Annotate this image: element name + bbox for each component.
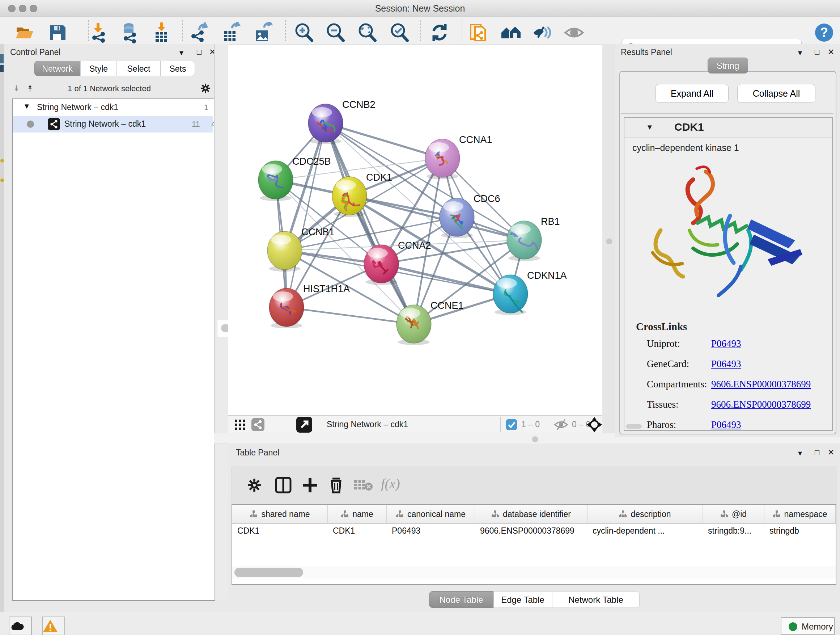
import-network-database-icon[interactable] <box>118 22 140 43</box>
crosslink-value-link[interactable]: 9606.ENSP00000378699 <box>711 379 811 390</box>
node-RB1[interactable] <box>507 221 542 261</box>
network-row-selected[interactable]: String Network – cdk1 11 48 <box>13 116 213 133</box>
help-icon[interactable]: ? <box>813 22 835 43</box>
crosslink-value-link[interactable]: P06493 <box>711 358 741 370</box>
save-session-icon[interactable] <box>47 22 68 43</box>
section-expander-icon[interactable]: ▼ <box>646 123 653 131</box>
memory-button[interactable]: Memory <box>781 617 835 635</box>
column-label: namespace <box>784 509 827 519</box>
left-splitter[interactable] <box>214 44 228 600</box>
add-column-icon[interactable] <box>302 477 319 494</box>
collapse-all-button[interactable]: Collapse All <box>737 84 815 103</box>
refresh-icon[interactable] <box>429 22 450 43</box>
node-table-row[interactable]: CDK1CDK1P064939606.ENSP00000378699cyclin… <box>232 523 836 540</box>
table-gear-icon[interactable] <box>246 477 262 493</box>
toolbar-separator <box>500 417 501 432</box>
hide-selected-icon[interactable] <box>531 22 553 43</box>
tab-style[interactable]: Style <box>80 61 117 76</box>
tab-sets[interactable]: Sets <box>161 61 195 76</box>
column-header-namespace[interactable]: namespace <box>764 505 836 523</box>
warning-button[interactable] <box>42 616 65 635</box>
hidden-eye-icon[interactable] <box>554 418 568 431</box>
function-builder-icon-disabled: f(x) <box>381 476 400 492</box>
column-header-id[interactable]: @id <box>703 505 764 523</box>
edge-HIST1H1A-CCNE1[interactable] <box>286 307 414 324</box>
column-header-name[interactable]: name <box>328 505 387 523</box>
panel-float-icon[interactable]: □ <box>815 448 819 457</box>
open-session-icon[interactable] <box>14 22 35 43</box>
tab-edge-table[interactable]: Edge Table <box>493 591 552 608</box>
export-network-icon[interactable] <box>188 22 210 43</box>
node-HIST1H1A[interactable] <box>269 288 304 328</box>
crosslink-value-link[interactable]: 9606.ENSP00000378699 <box>711 399 811 410</box>
network-canvas[interactable]: CCNB2CCNA1CDC25BCDK1CDC6RB1CCNB1CCNA2CDK… <box>228 44 602 415</box>
column-header-description[interactable]: description <box>587 505 703 523</box>
panel-close-icon[interactable]: ✕ <box>828 448 834 457</box>
grid-view-icon[interactable] <box>235 420 246 431</box>
toolbar-separator <box>420 20 421 41</box>
node-CCNE1[interactable] <box>396 305 431 345</box>
network-share-view-icon[interactable] <box>251 418 264 431</box>
export-image-icon[interactable] <box>252 22 273 43</box>
node-CDKN1A[interactable] <box>493 275 528 315</box>
column-header-databaseidentifier[interactable]: database identifier <box>475 505 587 523</box>
table-horizontal-scrollbar[interactable] <box>232 566 836 578</box>
crosslink-row: Pharos:P06493 <box>624 416 832 434</box>
scrollbar-thumb[interactable] <box>234 568 303 577</box>
panel-float-icon[interactable]: □ <box>197 48 202 57</box>
splitter-grip[interactable] <box>606 238 613 244</box>
node-CCNA1[interactable] <box>425 139 460 179</box>
tab-string[interactable]: String <box>707 57 748 73</box>
panel-float-icon[interactable]: □ <box>815 48 819 57</box>
edge-CCNA2-CDKN1A[interactable] <box>381 264 510 294</box>
home-icon[interactable] <box>500 22 522 43</box>
string-document-icon[interactable] <box>468 22 489 43</box>
zoom-in-icon[interactable] <box>293 22 315 43</box>
cell: CDK1 <box>328 523 387 540</box>
column-header-canonicalname[interactable]: canonical name <box>387 505 475 523</box>
birds-eye-icon[interactable] <box>586 417 602 432</box>
show-all-icon[interactable] <box>563 22 585 43</box>
panel-close-icon[interactable]: ✕ <box>828 48 834 57</box>
zoom-out-icon[interactable] <box>325 22 346 43</box>
export-table-icon[interactable] <box>219 22 241 43</box>
zoom-fit-icon[interactable] <box>356 22 378 43</box>
node-label-CCNE1: CCNE1 <box>431 300 464 311</box>
tab-network-table[interactable]: Network Table <box>552 591 639 608</box>
crosslink-value-link[interactable]: P06493 <box>711 338 741 349</box>
gear-icon[interactable] <box>200 82 211 94</box>
cdk1-section-header[interactable]: ▼ CDK1 <box>624 118 832 138</box>
selection-status: 1 of 1 Network selected <box>4 84 214 93</box>
node-CDC6[interactable] <box>439 198 474 238</box>
cloud-button[interactable] <box>9 616 32 635</box>
edge-CCNB2-CCNA1[interactable] <box>325 123 442 158</box>
svg-text:?: ? <box>820 25 828 40</box>
delete-column-icon[interactable] <box>327 476 345 494</box>
selected-checkbox-icon[interactable] <box>506 419 517 430</box>
control-panel: Control Panel ▾ □ ✕ NetworkStyleSelectSe… <box>4 44 214 600</box>
node-CDC25B[interactable] <box>258 161 293 201</box>
network-collection-row[interactable]: ▼ String Network – cdk1 1 <box>13 99 213 116</box>
tab-node-table[interactable]: Node Table <box>429 591 493 608</box>
node-CCNB1[interactable] <box>267 231 302 272</box>
results-scrollbar-thumb[interactable] <box>626 424 642 429</box>
column-header-sharedname[interactable]: shared name <box>232 505 328 523</box>
collection-expander-icon[interactable]: ▼ <box>23 102 30 111</box>
split-columns-icon[interactable] <box>275 477 292 494</box>
panel-menu-icon[interactable]: ▾ <box>180 48 183 57</box>
panel-menu-icon[interactable]: ▾ <box>798 48 802 57</box>
crosslink-value-link[interactable]: P06493 <box>711 419 741 431</box>
panel-menu-icon[interactable]: ▾ <box>798 448 802 458</box>
right-splitter[interactable] <box>603 44 615 433</box>
expand-all-button[interactable]: Expand All <box>655 84 729 103</box>
tab-select[interactable]: Select <box>117 61 161 76</box>
import-network-file-icon[interactable] <box>87 22 109 43</box>
tab-network[interactable]: Network <box>34 61 80 76</box>
detach-view-icon[interactable] <box>296 417 312 432</box>
splitter-grip[interactable] <box>532 436 538 442</box>
node-CDK1[interactable] <box>332 177 367 217</box>
column-label: @id <box>732 509 747 519</box>
node-label-CCNB2: CCNB2 <box>342 99 376 110</box>
zoom-selected-icon[interactable] <box>388 22 410 43</box>
import-table-icon[interactable] <box>150 22 172 43</box>
